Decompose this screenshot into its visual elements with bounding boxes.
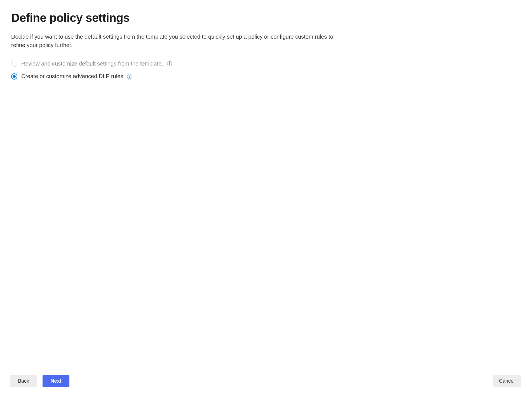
- wizard-footer: Back Next Cancel: [0, 370, 532, 393]
- next-button[interactable]: Next: [43, 375, 69, 387]
- info-icon[interactable]: i: [167, 61, 172, 66]
- radio-label-advanced-rules: Create or customize advanced DLP rules: [21, 73, 123, 80]
- radio-button-advanced-rules[interactable]: [11, 73, 17, 80]
- page-description: Decide if you want to use the default se…: [11, 32, 341, 49]
- radio-option-review-default: Review and customize default settings fr…: [11, 61, 521, 67]
- cancel-button[interactable]: Cancel: [493, 375, 521, 387]
- page-title: Define policy settings: [11, 11, 521, 25]
- policy-settings-radio-group: Review and customize default settings fr…: [11, 61, 521, 80]
- radio-label-review-default: Review and customize default settings fr…: [21, 61, 163, 67]
- main-content: Define policy settings Decide if you wan…: [0, 0, 532, 370]
- radio-button-review-default: [11, 61, 17, 67]
- radio-option-advanced-rules[interactable]: Create or customize advanced DLP rules i: [11, 73, 521, 80]
- back-button[interactable]: Back: [10, 375, 37, 387]
- info-icon[interactable]: i: [127, 74, 132, 79]
